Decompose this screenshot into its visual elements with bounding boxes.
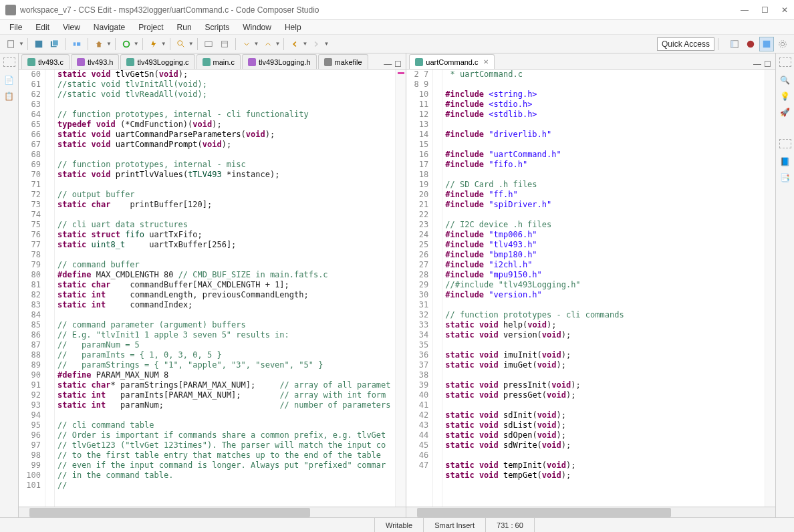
menu-help[interactable]: Help [279, 21, 307, 33]
svg-line-8 [182, 44, 184, 47]
file-icon [415, 58, 423, 66]
svg-rect-15 [763, 40, 771, 47]
save-all-button[interactable] [47, 37, 62, 51]
fold-gutter[interactable] [433, 70, 442, 507]
left-toolbar-dock: 📄 📋 [0, 53, 19, 517]
editor-tabbar-right: uartCommand.c✕ — ☐ [406, 53, 775, 70]
file-icon [27, 58, 35, 66]
editor-pane-left: tlv493.ctlv493.htlv493Logging.cmain.ctlv… [19, 53, 406, 517]
dropdown-icon[interactable]: ▼ [106, 41, 112, 47]
dropdown-icon[interactable]: ▼ [161, 41, 166, 47]
perspective-debug-button[interactable] [743, 37, 758, 51]
right-toolbar-dock: 🔍 💡 🚀 📘 📑 [775, 53, 794, 517]
minimized-view-dots-icon[interactable] [779, 57, 791, 67]
dropdown-icon[interactable]: ▼ [19, 41, 24, 47]
code-text[interactable]: static void tlvGetSn(void); //static voi… [55, 70, 395, 507]
file-icon [203, 58, 211, 66]
forward-button[interactable] [309, 37, 323, 51]
dropdown-icon[interactable]: ▼ [254, 41, 259, 47]
minimized-view-dots-icon[interactable] [779, 139, 791, 148]
console-icon[interactable]: 📑 [780, 172, 791, 183]
back-button[interactable] [287, 37, 302, 51]
svg-rect-3 [52, 39, 58, 45]
open-type-button[interactable] [201, 37, 216, 51]
toggle-breadcrumb-button[interactable] [70, 37, 84, 51]
editor-tab[interactable]: tlv493Logging.h [242, 54, 317, 69]
minimize-button[interactable]: — [741, 5, 749, 15]
perspective-gear-button[interactable] [775, 37, 790, 51]
svg-point-14 [747, 40, 755, 47]
new-button[interactable] [4, 37, 19, 51]
svg-point-6 [123, 41, 129, 47]
editor-tab[interactable]: main.c [196, 54, 241, 69]
clipboard-icon[interactable]: 📋 [4, 91, 15, 102]
window-title: workspace_v7 - CCS Edit - msp432logger/u… [20, 5, 741, 15]
svg-rect-5 [77, 42, 80, 45]
menu-run[interactable]: Run [172, 21, 197, 33]
dropdown-icon[interactable]: ▼ [302, 41, 307, 47]
menu-file[interactable]: File [4, 21, 27, 33]
save-button[interactable] [31, 37, 46, 51]
editor-tab[interactable]: makefile [318, 54, 368, 69]
file-icon [248, 58, 256, 66]
dropdown-icon[interactable]: ▼ [134, 41, 139, 47]
menu-navigate[interactable]: Navigate [88, 21, 130, 33]
quick-access-input[interactable]: Quick Access [657, 37, 714, 51]
outline-icon[interactable]: 🔍 [780, 75, 791, 86]
close-tab-icon[interactable]: ✕ [483, 58, 489, 65]
toolbar: ▼ ▼ ▼ ▼ ▼ ▼ ▼ ▼ ▼ Quick Access [0, 35, 794, 53]
open-task-button[interactable] [217, 37, 232, 51]
menu-scripts[interactable]: Scripts [200, 21, 235, 33]
tab-label: tlv493.c [38, 58, 63, 66]
menu-edit[interactable]: Edit [30, 21, 55, 33]
tab-label: makefile [335, 58, 362, 66]
tab-label: main.c [213, 58, 235, 66]
status-insert-mode: Smart Insert [423, 518, 485, 532]
flash-button[interactable] [146, 37, 161, 51]
menu-view[interactable]: View [57, 21, 86, 33]
resource-icon[interactable]: 💡 [780, 91, 791, 102]
horizontal-scrollbar[interactable] [19, 507, 406, 517]
svg-rect-0 [8, 40, 14, 47]
menu-window[interactable]: Window [237, 21, 277, 33]
svg-rect-4 [74, 42, 76, 45]
code-viewport-right[interactable]: 2 7 8 9 10 11 12 13 14 15 16 17 18 19 20… [406, 70, 775, 507]
svg-point-16 [781, 42, 784, 45]
svg-rect-13 [731, 40, 734, 47]
overview-ruler[interactable] [765, 70, 775, 507]
perspective-open-button[interactable] [727, 37, 742, 51]
status-writable: Writable [374, 518, 423, 532]
next-annotation-button[interactable] [239, 37, 254, 51]
minimize-pane-icon[interactable]: — [384, 59, 392, 69]
prev-annotation-button[interactable] [261, 37, 275, 51]
dropdown-icon[interactable]: ▼ [323, 41, 329, 47]
svg-rect-9 [205, 41, 212, 46]
editor-tab[interactable]: tlv493Logging.c [120, 54, 194, 69]
code-text[interactable]: * uartCommand.c #include <string.h> #inc… [442, 70, 765, 507]
search-button[interactable] [174, 37, 188, 51]
perspective-edit-button[interactable] [759, 37, 774, 51]
maximize-pane-icon[interactable]: ☐ [764, 59, 771, 69]
editor-tab[interactable]: tlv493.c [21, 54, 70, 69]
editor-tabbar-left: tlv493.ctlv493.htlv493Logging.cmain.ctlv… [19, 53, 406, 70]
minimized-view-dots-icon[interactable] [3, 57, 15, 67]
code-viewport-left[interactable]: 60 61 62 63 64 65 66 67 68 69 70 71 72 7… [19, 70, 406, 507]
debug-button[interactable] [119, 37, 134, 51]
maximize-button[interactable]: ☐ [761, 5, 769, 15]
build-button[interactable] [92, 37, 106, 51]
dropdown-icon[interactable]: ▼ [188, 41, 194, 47]
horizontal-scrollbar[interactable] [406, 507, 775, 517]
advice-icon[interactable]: 🚀 [780, 107, 791, 118]
project-explorer-icon[interactable]: 📄 [4, 75, 15, 86]
dropdown-icon[interactable]: ▼ [275, 41, 281, 47]
overview-ruler[interactable] [395, 70, 406, 507]
menu-project[interactable]: Project [133, 21, 168, 33]
minimize-pane-icon[interactable]: — [753, 59, 761, 69]
close-button[interactable]: ✕ [781, 5, 789, 15]
fold-gutter[interactable] [45, 70, 55, 507]
file-icon [126, 58, 134, 66]
editor-tab[interactable]: tlv493.h [71, 54, 120, 69]
problems-icon[interactable]: 📘 [780, 156, 791, 167]
maximize-pane-icon[interactable]: ☐ [394, 59, 402, 69]
editor-tab[interactable]: uartCommand.c✕ [409, 54, 494, 69]
